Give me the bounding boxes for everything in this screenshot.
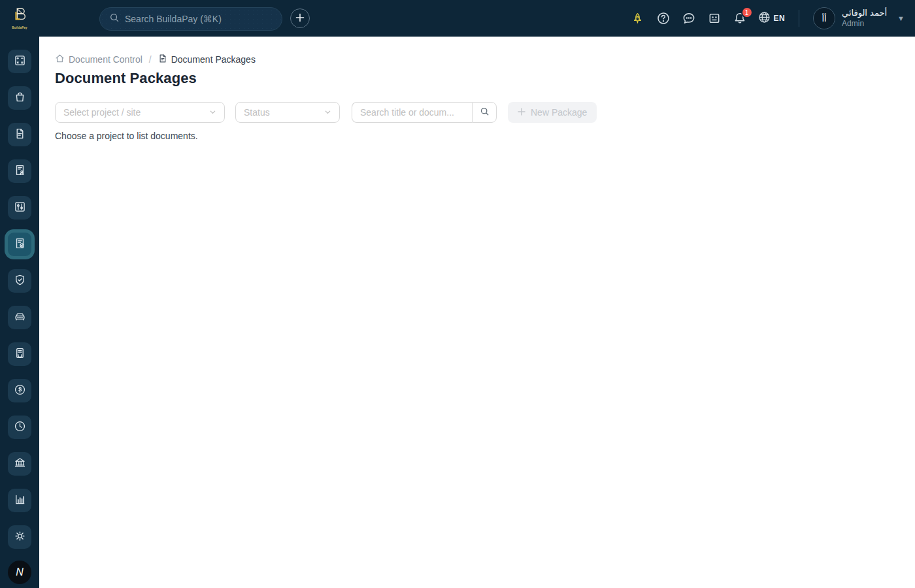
new-package-button[interactable]: New Package [508,102,597,123]
globe-icon [758,11,771,26]
kiosk-icon[interactable] [707,11,722,25]
contract-user-icon [14,164,26,179]
project-select[interactable]: Select project / site [55,102,225,123]
avatar: أأ [813,7,835,29]
shield-check-icon [14,274,26,289]
sidebar-item-calculator[interactable] [8,50,31,73]
sidebar-item-settings[interactable] [8,525,31,549]
breadcrumb-document-control[interactable]: Document Control [55,54,142,65]
topbar-actions: 1 EN أأ أحمد الوفائي Admin ▼ [631,0,905,37]
car-icon [14,310,26,325]
notification-badge: 1 [741,7,753,18]
breadcrumb-page-label: Document Packages [171,54,256,65]
sidebar-item-procurement[interactable] [8,86,31,110]
shopping-bag-icon [14,91,26,106]
sidebar-item-documents[interactable] [8,123,31,146]
plus-icon [518,107,525,118]
calculator-icon [14,54,26,69]
sidebar-item-document-packages[interactable] [8,233,31,256]
quick-add-button[interactable] [290,8,310,28]
sidebar-item-reports[interactable] [8,489,31,512]
user-name: أحمد الوفائي [842,8,887,18]
receipt-icon [14,347,26,362]
bank-icon [14,457,26,472]
search-icon [480,106,490,118]
user-role: Admin [842,19,887,29]
sidebar-item-fleet[interactable] [8,306,31,329]
help-icon[interactable] [656,11,671,25]
rocket-icon[interactable] [631,11,645,25]
bell-icon[interactable]: 1 [733,11,747,25]
sidebar-item-compliance[interactable] [8,269,31,293]
topbar: BuildaPay [0,0,915,37]
status-select[interactable]: Status [235,102,340,123]
new-package-label: New Package [531,107,587,118]
sidebar-item-payments[interactable] [8,379,31,402]
breadcrumb-separator: / [147,54,154,65]
breadcrumb: Document Control / Document Packages [55,54,915,65]
language-label: EN [774,14,785,23]
document-check-icon [14,237,26,252]
topbar-divider [799,10,799,27]
sidebar-item-invoices[interactable] [8,342,31,366]
document-icon [158,54,167,65]
clock-icon [14,420,26,435]
user-menu[interactable]: أأ أحمد الوفائي Admin ▼ [813,7,905,29]
sidebar-item-timesheets[interactable] [8,416,31,439]
search-icon [109,12,120,25]
buildapay-logo-icon [11,7,28,25]
document-icon [14,127,26,142]
home-icon [55,54,65,65]
document-search-input[interactable] [352,102,472,123]
gear-icon [14,530,26,545]
project-select-placeholder: Select project / site [63,107,141,118]
chevron-down-icon: ▼ [897,14,905,22]
sidebar-item-contracts[interactable] [8,159,31,183]
status-select-placeholder: Status [244,107,270,118]
sliders-icon [14,201,26,216]
filters-row: Select project / site Status [55,102,915,123]
chevron-down-icon [324,106,331,118]
empty-state-hint: Choose a project to list documents. [55,131,915,141]
main-content: Document Control / Document Packages Doc… [39,37,915,588]
breadcrumb-section-label: Document Control [69,54,142,65]
sidebar-item-controls[interactable] [8,196,31,220]
language-switcher[interactable]: EN [758,11,785,26]
brand-logo[interactable]: BuildaPay [0,0,39,37]
chat-icon[interactable] [682,11,696,25]
document-search-button[interactable] [472,102,497,123]
brand-name: BuildaPay [12,26,27,29]
global-search[interactable] [99,7,282,31]
sidebar: N [0,37,39,588]
breadcrumb-document-packages: Document Packages [158,54,256,65]
chevron-down-icon [209,106,216,118]
sidebar-bottom-avatar[interactable]: N [8,561,31,584]
sidebar-item-finance[interactable] [8,452,31,476]
global-search-input[interactable] [125,14,273,24]
dollar-circle-icon [14,384,26,399]
bar-chart-icon [14,493,26,508]
page-title: Document Packages [55,70,915,87]
document-search [352,102,497,123]
plus-icon [295,13,305,24]
